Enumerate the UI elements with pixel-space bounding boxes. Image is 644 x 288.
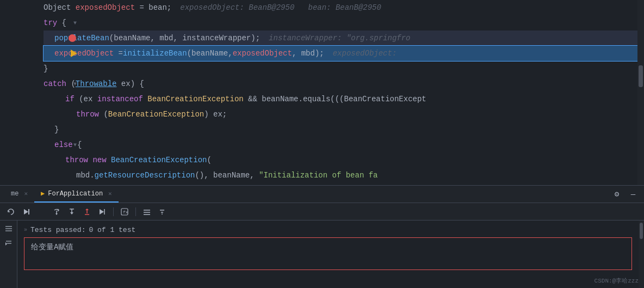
code-line-11: throw new BeanCreationException ( (44, 152, 644, 168)
minimize-button[interactable]: — (627, 188, 640, 201)
debug-comment-1: exposedObject: BeanB@2950 bean: BeanB@29… (180, 3, 381, 12)
test-result-box: 给变量A赋值 (24, 237, 632, 270)
rerun-button[interactable] (4, 205, 17, 218)
code-lines: Object exposedObject = bean; exposedObje… (0, 0, 644, 185)
code-line-2: ▼ try { (44, 15, 644, 30)
code-line-3: populateBean (beanName, mbd, instanceWra… (44, 30, 644, 46)
scrollbar-thumb (639, 65, 643, 87)
code-text-12b: (), beanName, (195, 171, 259, 180)
svg-marker-0 (24, 209, 28, 215)
tab-for-app-close[interactable]: ✕ (108, 190, 112, 197)
test-results-area: » Tests passed: 0 of 1 test 给变量A赋值 (17, 220, 639, 288)
gutter-6: ▼ (44, 76, 87, 91)
gutter-13 (44, 183, 87, 185)
code-line-4: exposedObject = initializeBean (beanName… (44, 46, 644, 61)
run-icon: ▶ (41, 189, 45, 198)
code-text-6b: ex) { (116, 79, 144, 88)
code-line-8: throw ( BeanCreationException ) ex; (44, 107, 644, 122)
code-text-1c: = bean; (135, 3, 171, 12)
gutter-7 (44, 91, 87, 107)
code-line-7: if (ex instanceof BeanCreationException … (44, 91, 644, 107)
gutter-11 (44, 152, 87, 168)
code-text-11b (107, 156, 111, 164)
bottom-panel: me ✕ ▶ ForApplication ✕ ⚙ — (0, 185, 644, 288)
toolbar-sep-1 (113, 207, 114, 216)
code-fn-getres: getResourceDescription (95, 171, 195, 180)
filter-button[interactable] (156, 205, 169, 218)
panel-tabs: me ✕ ▶ ForApplication ✕ ⚙ — (0, 186, 644, 203)
code-type-bce2: BeanCreationException (108, 110, 204, 119)
gutter-5 (44, 61, 87, 76)
code-text-4a: = (114, 49, 123, 58)
code-line-6: ▼ catch ( Throwable ex) { (44, 76, 644, 91)
tests-passed-count: 0 of 1 test (89, 226, 135, 234)
gutter-2: ▼ (44, 15, 87, 30)
test-chevron: » (24, 227, 27, 233)
svg-rect-1 (28, 209, 29, 215)
svg-marker-5 (55, 213, 58, 215)
code-line-13: } (44, 183, 644, 185)
code-var-exposed2: exposedObject (233, 49, 292, 58)
code-text-7b (143, 95, 147, 103)
breakpoint-arrow-4 (71, 50, 77, 57)
code-editor: Object exposedObject = bean; exposedObje… (0, 0, 644, 185)
code-fn-bce: BeanCreationException (111, 156, 207, 164)
tab-for-app-label: ForApplication (48, 190, 103, 198)
gutter-3 (44, 30, 87, 46)
fold-icon-10: ▼ (72, 142, 78, 148)
code-text-4c: , mbd); (292, 49, 324, 58)
code-line-12: mbd. getResourceDescription (), beanName… (44, 168, 644, 183)
test-result-text: 给变量A赋值 (31, 243, 73, 252)
strip-icon-sort[interactable] (3, 237, 15, 249)
tab-run-close[interactable]: ✕ (24, 190, 28, 197)
gutter-10: ▼ (44, 137, 87, 152)
code-text-11c: ( (207, 156, 211, 164)
step-out-button[interactable] (81, 205, 94, 218)
svg-text:fx: fx (123, 210, 128, 215)
test-header: » Tests passed: 0 of 1 test (17, 225, 639, 235)
svg-marker-12 (100, 209, 104, 215)
breakpoint-3 (69, 34, 76, 42)
toolbar-sep-2 (135, 207, 136, 216)
fold-icon-6: ▼ (72, 81, 78, 87)
panel-scrollbar-thumb (640, 223, 643, 239)
panel-toolbar: fx (0, 203, 644, 220)
svg-marker-27 (5, 242, 7, 246)
code-kw-new: new (92, 156, 106, 164)
code-text-11a (88, 156, 92, 164)
strip-icon-list[interactable] (3, 223, 15, 235)
svg-marker-10 (85, 209, 89, 210)
tests-passed-label: Tests passed: (30, 226, 85, 234)
gutter-9 (44, 122, 87, 137)
left-strip (0, 220, 17, 288)
svg-marker-7 (70, 212, 73, 215)
debug-comment-3: instanceWrapper: "org.springfro (269, 34, 410, 42)
settings-group-button[interactable] (140, 205, 153, 218)
tab-run-label: me (11, 190, 18, 198)
code-text-8: ( (99, 110, 108, 119)
evaluate-button[interactable]: fx (118, 205, 131, 218)
code-fn-initialize: initializeBean (123, 49, 187, 58)
code-type-bce: BeanCreationException (147, 95, 243, 103)
gutter-12 (44, 168, 87, 183)
code-text-7c: && beanName.equals(((BeanCreationExcept (244, 95, 426, 103)
step-into-button[interactable] (65, 205, 78, 218)
code-text-4b: (beanName, (187, 49, 233, 58)
code-line-1: Object exposedObject = bean; exposedObje… (44, 0, 644, 15)
debug-comment-4: exposedObject: (333, 49, 397, 58)
gutter-1 (44, 0, 87, 15)
code-line-9: } (44, 122, 644, 137)
editor-scrollbar[interactable] (637, 0, 644, 185)
settings-button[interactable]: ⚙ (610, 188, 623, 201)
tab-run[interactable]: me ✕ (4, 186, 34, 203)
resume-button[interactable] (20, 205, 33, 218)
code-text-3: (beanName, mbd, instanceWrapper); (109, 34, 260, 42)
fold-icon-2: ▼ (72, 20, 78, 26)
step-over-button[interactable] (50, 205, 63, 218)
panel-content: » Tests passed: 0 of 1 test 给变量A赋值 (0, 220, 644, 288)
code-str-init: "Initialization of bean fa (259, 171, 377, 180)
tab-for-application[interactable]: ▶ ForApplication ✕ (34, 186, 119, 203)
pause-button[interactable] (35, 205, 48, 218)
panel-scrollbar[interactable] (639, 220, 644, 288)
run-to-cursor-button[interactable] (96, 205, 109, 218)
